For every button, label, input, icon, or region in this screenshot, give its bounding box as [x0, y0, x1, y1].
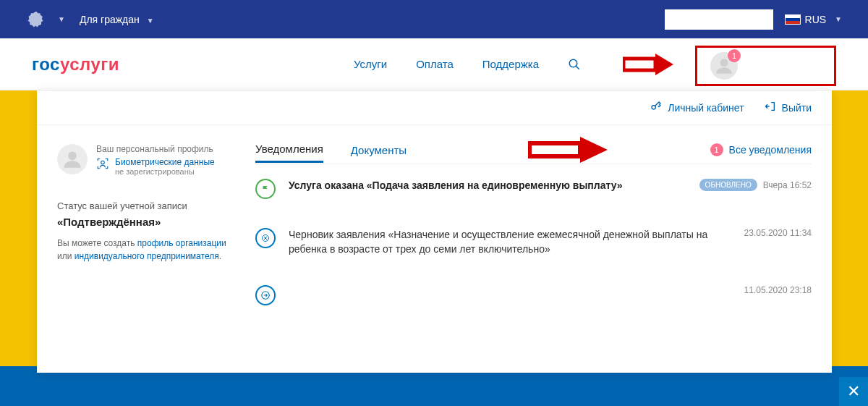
annotation-arrow-icon	[623, 52, 673, 77]
key-icon	[650, 101, 662, 114]
flag-icon	[785, 14, 801, 25]
svg-marker-9	[580, 137, 608, 163]
close-icon[interactable]: ✕	[839, 377, 868, 406]
create-profile-text: Вы можете создать профиль организации ил…	[57, 237, 235, 263]
audience-label: Для граждан	[80, 14, 140, 25]
personal-cabinet-link[interactable]: Личный кабинет	[650, 101, 744, 114]
svg-point-6	[68, 152, 77, 161]
flag-green-icon	[255, 179, 276, 199]
nav-payment[interactable]: Оплата	[416, 58, 454, 70]
account-status-value: «Подтверждённая»	[57, 216, 235, 228]
user-avatar-area[interactable]: 1	[695, 46, 836, 86]
all-notifications-link[interactable]: 1 Все уведомления	[710, 143, 812, 156]
biometric-status: не зарегистрированы	[115, 167, 215, 176]
emblem-icon	[26, 9, 46, 30]
logout-label: Выйти	[782, 102, 812, 114]
logo-part1: гос	[32, 54, 60, 74]
dropdown-panel: Личный кабинет Выйти Ваш персональный пр…	[37, 90, 832, 373]
tab-documents[interactable]: Документы	[351, 138, 407, 162]
svg-point-4	[720, 59, 728, 67]
language-label: RUS	[805, 14, 827, 25]
tabs: Уведомления Документы 1 Все уведомления	[255, 135, 812, 164]
face-scan-icon	[96, 157, 109, 172]
header: госуслуги Услуги Оплата Поддержка 1	[0, 38, 868, 90]
panel-top-links: Личный кабинет Выйти	[37, 90, 832, 125]
cabinet-label: Личный кабинет	[668, 102, 744, 114]
svg-rect-2	[624, 59, 655, 70]
nav-services[interactable]: Услуги	[354, 58, 387, 70]
main-nav: Услуги Оплата Поддержка	[354, 52, 673, 77]
language-switcher[interactable]: RUS ▼	[785, 14, 842, 25]
account-status-label: Статус вашей учетной записи	[57, 200, 235, 211]
svg-line-1	[576, 66, 579, 69]
org-profile-link[interactable]: профиль организации	[137, 238, 226, 248]
svg-point-5	[652, 106, 655, 109]
all-notifications-label: Все уведомления	[729, 144, 812, 156]
ip-profile-link[interactable]: индивидуального предпринимателя	[75, 251, 219, 261]
chevron-down-icon[interactable]: ▼	[58, 15, 65, 23]
draft-icon	[255, 228, 276, 248]
notification-time: 11.05.2020 23:18	[744, 285, 812, 295]
notification-row[interactable]: 11.05.2020 23:18	[255, 271, 812, 320]
top-search-input[interactable]	[665, 9, 773, 30]
notification-time: 23.05.2020 11:34	[744, 228, 812, 238]
biometric-link[interactable]: Биометрические данные	[115, 157, 215, 167]
nav-support[interactable]: Поддержка	[482, 58, 539, 70]
chevron-down-icon: ▼	[835, 15, 842, 23]
svg-rect-8	[529, 143, 580, 156]
svg-point-7	[101, 161, 105, 164]
notification-row[interactable]: Черновик заявления «Назначение и осущест…	[255, 213, 812, 271]
avatar-icon	[57, 144, 88, 174]
logout-icon	[765, 101, 776, 114]
notification-badge: 1	[728, 49, 741, 62]
annotation-arrow-icon	[528, 135, 608, 164]
audience-switcher[interactable]: Для граждан ▼	[80, 14, 154, 25]
notification-time: ОБНОВЛЕНО Вчера 16:52	[699, 179, 812, 191]
svg-point-0	[569, 59, 577, 67]
notification-title: Черновик заявления «Назначение и осущест…	[289, 228, 724, 256]
avatar: 1	[710, 52, 738, 80]
incoming-icon	[255, 285, 276, 305]
notification-title: Услуга оказана «Подача заявления на един…	[289, 179, 679, 193]
all-notifications-badge: 1	[710, 143, 723, 156]
updated-pill: ОБНОВЛЕНО	[699, 179, 757, 191]
logo-part2: услуги	[60, 54, 119, 74]
logout-link[interactable]: Выйти	[765, 101, 812, 114]
tab-notifications[interactable]: Уведомления	[255, 137, 323, 163]
notification-row[interactable]: Услуга оказана «Подача заявления на един…	[255, 164, 812, 213]
logo[interactable]: госуслуги	[32, 54, 119, 75]
search-icon[interactable]	[568, 58, 581, 71]
notifications-area: Уведомления Документы 1 Все уведомления …	[248, 125, 832, 320]
profile-label: Ваш персональный профиль	[96, 144, 215, 154]
top-bar: ▼ Для граждан ▼ RUS ▼	[0, 0, 868, 38]
chevron-down-icon: ▼	[147, 17, 154, 25]
svg-marker-3	[655, 54, 673, 75]
profile-sidebar: Ваш персональный профиль Биометрические …	[37, 125, 248, 320]
